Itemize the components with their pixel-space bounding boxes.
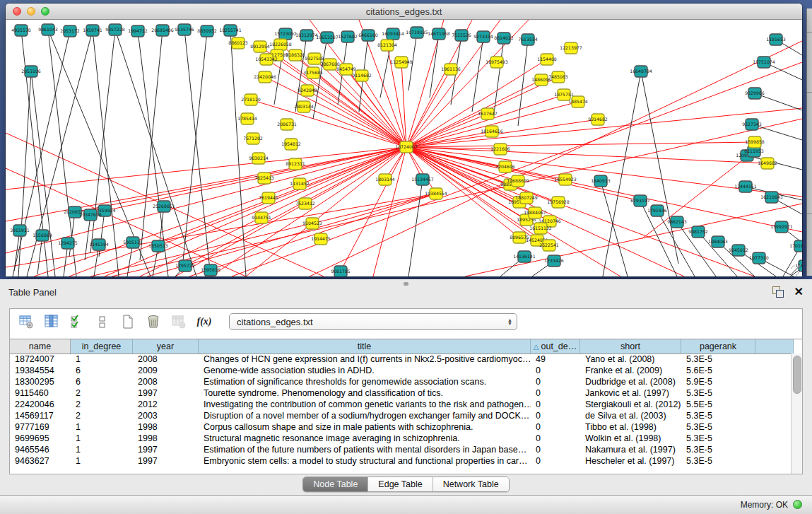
graph-node[interactable]: 7625413 [254, 173, 274, 184]
graph-node[interactable]: 1294275 [58, 238, 78, 249]
table-mode-icon[interactable] [18, 314, 34, 329]
graph-node[interactable]: 15992971 [770, 221, 793, 233]
table-cell[interactable]: 1997 [133, 388, 199, 398]
new-column-icon[interactable] [120, 314, 136, 329]
table-cell[interactable]: 5.3E-5 [681, 388, 755, 398]
table-cell[interactable]: 0 [531, 433, 580, 443]
table-cell[interactable]: 2 [71, 388, 133, 398]
graph-node[interactable]: 9081785 [331, 266, 351, 276]
graph-node[interactable]: 16210643 [760, 192, 783, 203]
table-cell[interactable]: 2003 [133, 411, 199, 421]
red-edge[interactable] [406, 147, 755, 276]
table-cell[interactable]: 22420046 [10, 399, 71, 409]
table-cell[interactable]: Tourette syndrome. Phenomenology and cla… [199, 388, 531, 398]
graph-node[interactable]: 9273314 [473, 31, 493, 42]
graph-node[interactable]: 8614022 [494, 33, 514, 44]
table-cell[interactable]: Estimation of the future numbers of pati… [199, 445, 531, 455]
graph-node[interactable]: 14136141 [513, 251, 536, 262]
graph-node[interactable]: 2086731 [277, 119, 297, 130]
column-header-short[interactable]: short [580, 339, 681, 354]
table-cell[interactable]: 0 [531, 445, 580, 455]
table-cell[interactable]: 1998 [133, 433, 199, 443]
table-cell[interactable]: 9465546 [10, 445, 71, 455]
black-edge[interactable] [603, 71, 641, 276]
graph-node[interactable]: 7515526 [452, 30, 471, 41]
splitter-handle[interactable] [404, 282, 408, 286]
graph-node[interactable]: 18255741 [219, 25, 242, 36]
graph-node[interactable]: 1485474 [568, 96, 588, 107]
minimize-window-button[interactable] [27, 7, 35, 16]
table-row[interactable]: 1872400712008Changes of HCN gene express… [10, 354, 792, 365]
function-builder-icon[interactable]: f(x) [196, 314, 212, 329]
table-cell[interactable]: 1997 [133, 445, 199, 455]
graph-node[interactable]: 1156869 [33, 230, 52, 241]
graph-node[interactable]: 10653287 [316, 32, 339, 43]
table-cell[interactable]: 0 [531, 366, 580, 375]
table-cell[interactable]: 9463627 [10, 456, 71, 466]
vertical-scrollbar[interactable] [791, 354, 802, 474]
graph-node[interactable]: 6793197 [630, 195, 650, 206]
show-columns-icon[interactable] [44, 314, 59, 329]
table-cell[interactable]: Wolkin et al. (1998) [580, 433, 681, 443]
graph-node[interactable]: 10719185 [406, 27, 428, 38]
table-cell[interactable]: Disruption of a novel member of a sodium… [199, 411, 531, 421]
table-cell[interactable]: 49 [531, 354, 580, 364]
red-edge[interactable] [265, 77, 406, 147]
table-cell[interactable]: 5.3E-5 [681, 445, 755, 455]
table-row[interactable]: 1938455462009Genome-wide association stu… [10, 365, 792, 376]
tab-network-table[interactable]: Network Table [433, 477, 509, 491]
table-cell[interactable]: Corpus callosum shape and size in male p… [199, 422, 531, 432]
table-cell[interactable]: 19384554 [10, 366, 71, 375]
graph-node[interactable]: 9329966 [745, 88, 765, 99]
black-edge[interactable] [755, 93, 802, 110]
graph-node[interactable]: 1595816 [201, 264, 220, 276]
scrollbar-thumb[interactable] [793, 356, 801, 394]
graph-node[interactable]: 1994712 [128, 25, 148, 37]
table-row[interactable]: 946554611997Estimation of the future num… [10, 444, 792, 455]
table-cell[interactable]: 1 [71, 445, 133, 455]
table-cell[interactable]: 1 [71, 433, 133, 443]
table-cell[interactable]: Embryonic stem cells: a model to study s… [199, 456, 531, 466]
graph-node[interactable]: 16648784 [630, 66, 652, 77]
graph-node[interactable]: 15723092 [274, 28, 297, 40]
graph-node[interactable]: 9135746 [175, 24, 194, 35]
table-cell[interactable]: 2008 [133, 354, 199, 364]
red-edge[interactable] [158, 147, 406, 246]
table-cell[interactable]: 1 [71, 456, 133, 466]
graph-node[interactable]: 7619441 [259, 192, 278, 204]
red-edge[interactable] [251, 100, 406, 147]
table-cell[interactable]: 0 [531, 456, 580, 466]
red-edge[interactable] [189, 194, 436, 276]
graph-node[interactable]: 2053172 [60, 25, 80, 37]
table-cell[interactable]: 5.9E-5 [681, 377, 755, 387]
table-cell[interactable]: de Silva et al. (2003) [580, 411, 681, 421]
graph-node[interactable]: 1791936 [647, 205, 667, 216]
graph-node[interactable]: 1954812 [281, 139, 301, 150]
graph-node[interactable]: 1599858 [745, 136, 765, 148]
delete-columns-icon[interactable] [146, 314, 161, 329]
table-cell[interactable]: Nakamura et al. (1997) [580, 445, 681, 455]
graph-node[interactable]: 16975493 [486, 57, 508, 68]
table-cell[interactable]: 2009 [133, 366, 199, 375]
zoom-window-button[interactable] [41, 7, 49, 16]
graph-node[interactable]: 2053106 [21, 66, 41, 77]
table-cell[interactable]: 5.3E-5 [681, 354, 755, 364]
black-edge[interactable] [140, 30, 163, 260]
column-header-name[interactable]: name [10, 339, 71, 354]
table-cell[interactable]: 0 [531, 377, 580, 387]
table-cell[interactable]: Dudbridge et al. (2008) [580, 377, 681, 387]
table-cell[interactable]: Changes of HCN gene expression and I(f) … [199, 354, 531, 364]
table-cell[interactable]: 2008 [133, 377, 199, 387]
tab-node-table[interactable]: Node Table [303, 477, 368, 491]
table-cell[interactable]: 9115460 [10, 388, 71, 398]
graph-node[interactable]: 20691406 [151, 25, 174, 36]
graph-node[interactable]: 1527602 [338, 31, 358, 42]
table-row[interactable]: 1830029562008Estimation of significance … [10, 376, 792, 387]
graph-node[interactable]: 9081752 [688, 226, 708, 238]
network-canvas[interactable]: 4935578986104320531721459741935722819947… [6, 20, 802, 276]
graph-node[interactable]: 12213977 [560, 42, 582, 54]
graph-node[interactable]: 16554923 [554, 174, 577, 185]
table-cell[interactable]: 5.3E-5 [681, 411, 755, 421]
red-edge[interactable] [406, 80, 541, 147]
red-edge[interactable] [69, 147, 406, 276]
